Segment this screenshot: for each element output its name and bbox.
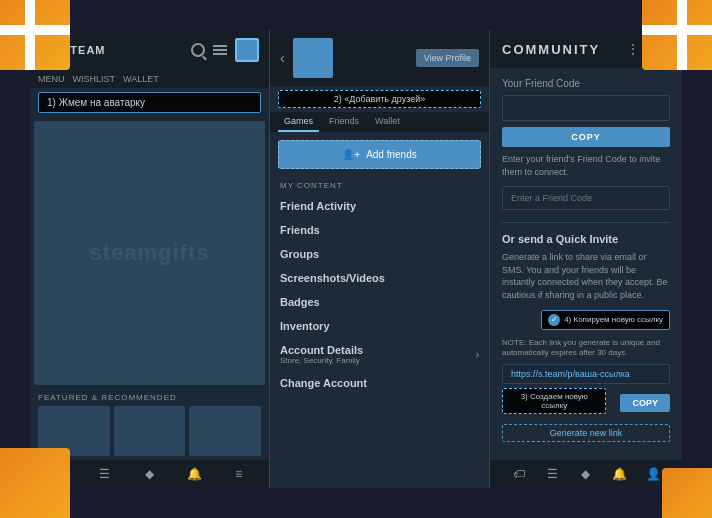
featured-grid [38,406,261,456]
friend-code-info: Enter your friend's Friend Code to invit… [502,153,670,178]
tab-friends[interactable]: Friends [323,112,365,132]
gift-decoration-bottom-right [662,468,712,518]
nav-wishlist[interactable]: WISHLIST [73,74,116,84]
steam-nav: MENU WISHLIST WALLET [30,70,269,88]
community-content: Your Friend Code COPY Enter your friend'… [490,68,682,460]
friend-code-input[interactable] [502,95,670,121]
gift-decoration-top-right [642,0,712,70]
menu-icon[interactable] [213,45,227,55]
nav-menu[interactable]: MENU [38,74,65,84]
community-panel: COMMUNITY ⋮ Your Friend Code COPY Enter … [490,30,682,488]
copy-row: 3) Создаем новую ссылку COPY [502,388,670,418]
community-menu-icon[interactable]: ⋮ [626,41,640,57]
gift-decoration-top-left [0,0,70,70]
quick-invite-desc: Generate a link to share via email or SM… [502,251,670,301]
menu-item-screenshots[interactable]: Screenshots/Videos [270,266,489,290]
menu-item-friends[interactable]: Friends [270,218,489,242]
account-details-sub: Store, Security, Family [280,356,363,365]
community-title: COMMUNITY [502,42,600,57]
left-content-area: steamgifts [34,121,265,385]
popup-avatar [293,38,333,78]
diamond-icon-right[interactable]: ◆ [578,466,594,482]
search-icon[interactable] [191,43,205,57]
watermark: steamgifts [89,240,209,266]
menu-item-friend-activity[interactable]: Friend Activity [270,194,489,218]
account-details-item[interactable]: Account Details Store, Security, Family … [270,338,489,371]
bars-icon[interactable]: ≡ [231,466,247,482]
step3-tooltip: 3) Создаем новую ссылку [502,388,606,414]
copy-friend-code-button[interactable]: COPY [502,127,670,147]
popup-header: ‹ View Profile [270,30,489,86]
list-icon-right[interactable]: ☰ [544,466,560,482]
add-friends-label: Add friends [366,149,417,160]
friend-popup-panel: ‹ View Profile 2) «Добавить друзей» Game… [270,30,490,488]
account-details-label: Account Details [280,344,363,356]
friend-code-label: Your Friend Code [502,78,670,89]
quick-invite-title: Or send a Quick Invite [502,233,670,245]
menu-item-inventory[interactable]: Inventory [270,314,489,338]
note-text: NOTE: Each link you generate is unique a… [502,338,670,359]
enter-friend-code-input[interactable] [502,186,670,210]
back-arrow-icon[interactable]: ‹ [280,50,285,66]
avatar[interactable] [235,38,259,62]
menu-item-groups[interactable]: Groups [270,242,489,266]
steam-client-panel: STEAM MENU WISHLIST WALLET 1) Жмем на ав… [30,30,270,488]
check-icon: ✓ [548,314,560,326]
featured-label: FEATURED & RECOMMENDED [38,393,261,402]
step1-tooltip: 1) Жмем на аватарку [38,92,261,113]
tab-wallet[interactable]: Wallet [369,112,406,132]
copy-link-button[interactable]: COPY [620,394,670,412]
person-icon-right[interactable]: 👤 [645,466,661,482]
view-profile-button[interactable]: View Profile [416,49,479,67]
list-icon[interactable]: ☰ [97,466,113,482]
step4-text: 4) Копируем новую ссылку [564,315,663,324]
step2-tooltip: 2) «Добавить друзей» [278,90,481,108]
link-url-display: https://s.team/p/ваша-ссылка [502,364,670,384]
step4-tooltip: ✓ 4) Копируем новую ссылку [541,310,670,330]
generate-new-link-button[interactable]: Generate new link [502,424,670,442]
featured-item-3 [189,406,261,456]
my-content-label: MY CONTENT [270,177,489,194]
add-friends-button[interactable]: 👤+ Add friends [278,140,481,169]
quick-invite-section: Or send a Quick Invite Generate a link t… [502,233,670,442]
menu-item-change-account[interactable]: Change Account [270,371,489,395]
divider [502,222,670,223]
tag-icon-right[interactable]: 🏷 [511,466,527,482]
bottom-nav-right: 🏷 ☰ ◆ 🔔 👤 [490,460,682,488]
friend-code-section: Your Friend Code COPY Enter your friend'… [502,78,670,210]
add-friends-icon: 👤+ [342,149,360,160]
chevron-right-icon: › [476,349,479,360]
nav-wallet[interactable]: WALLET [123,74,159,84]
bell-icon[interactable]: 🔔 [186,466,202,482]
gift-decoration-bottom-left [0,448,70,518]
diamond-icon[interactable]: ◆ [141,466,157,482]
popup-tabs: Games Friends Wallet [270,112,489,132]
featured-item-2 [114,406,186,456]
bell-icon-right[interactable]: 🔔 [612,466,628,482]
tab-games[interactable]: Games [278,112,319,132]
menu-item-badges[interactable]: Badges [270,290,489,314]
main-container: STEAM MENU WISHLIST WALLET 1) Жмем на ав… [30,30,682,488]
